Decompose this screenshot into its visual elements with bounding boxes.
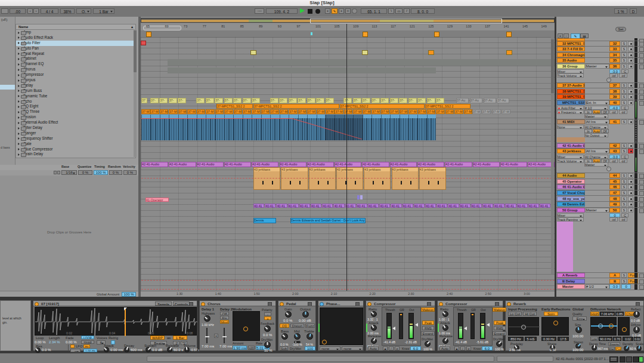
solo-button[interactable]: S xyxy=(621,279,627,284)
clip-37-au[interactable]: 37-Au xyxy=(427,98,435,103)
gain-value[interactable]: 0.0 % xyxy=(283,319,292,322)
param-knob[interactable] xyxy=(442,338,448,344)
clip-43-jerkbass[interactable]: 43 jerkbass xyxy=(364,167,391,190)
arrangement-overview[interactable] xyxy=(141,18,555,23)
track-name[interactable]: 45 Operator xyxy=(557,179,585,184)
track-io-box[interactable] xyxy=(639,197,644,202)
param-knob[interactable] xyxy=(442,325,448,331)
clip-37-au[interactable]: 37-Au xyxy=(371,98,380,103)
locator-marker[interactable] xyxy=(434,32,439,37)
clip-40-41[interactable]: 40-41 xyxy=(505,204,516,208)
groove-timing-field[interactable]: 100 % xyxy=(94,170,108,175)
min-field[interactable]: -inf xyxy=(609,73,618,78)
clip-37-m[interactable]: 37-M xyxy=(289,109,298,114)
loop-length-field[interactable]: 8. 0. 0 xyxy=(411,8,435,14)
clip-42-41-audio[interactable]: 42-41-Audio xyxy=(169,162,196,167)
thresh-value[interactable]: -41.4 dB xyxy=(383,340,395,344)
drywet-knob[interactable] xyxy=(496,341,502,347)
clip-42-41-audio[interactable]: 42-41-Audio xyxy=(390,162,417,167)
clip-40-41[interactable]: 40-41 xyxy=(425,204,436,208)
arm-button[interactable] xyxy=(628,83,633,88)
quantize-menu[interactable]: 1 Bar xyxy=(93,8,114,14)
tab-sample[interactable]: Sample xyxy=(155,302,172,306)
makeup-button[interactable]: Makeup xyxy=(493,307,506,312)
sort-icon[interactable]: ▴ xyxy=(131,24,133,29)
track-name[interactable]: 48 ny_vox_ye xyxy=(557,196,585,201)
param-knob[interactable] xyxy=(371,338,377,344)
thresh-meter[interactable] xyxy=(386,313,392,339)
res-value[interactable]: 0.0 % xyxy=(42,348,51,352)
clip-37-m[interactable]: 37-M xyxy=(215,109,224,114)
clip-37-m[interactable]: 37-M xyxy=(400,109,408,114)
solo-button[interactable]: S xyxy=(621,94,627,99)
clip-37-au[interactable]: 37-Au xyxy=(178,98,186,103)
drywet-value[interactable]: 100 % xyxy=(495,347,504,351)
clip-37-m[interactable]: 37-M xyxy=(317,109,326,114)
rms-button[interactable]: RMS xyxy=(494,326,506,330)
clip-37-au[interactable]: 37-Au xyxy=(252,98,260,103)
max-field[interactable]: -inf xyxy=(619,217,627,222)
sustain-value[interactable]: 0.0 dB xyxy=(152,348,162,352)
hot-swap-icon[interactable] xyxy=(355,302,360,306)
lfo-rate-field[interactable]: 1.00 Hz xyxy=(83,349,97,352)
drywet-value[interactable]: 50 % xyxy=(264,349,273,352)
clip-37-m[interactable]: 37-M xyxy=(464,109,473,114)
clip-37-mpcts1[interactable]: 37-MPCTS1_SS2 2 xyxy=(425,104,470,109)
groove-save-icon[interactable] xyxy=(54,171,57,174)
low-shelf-dot[interactable] xyxy=(598,324,603,328)
track-row-34-chromagn[interactable]: 34 Chromagn34S xyxy=(556,53,644,59)
clip-37-m[interactable]: 37-M xyxy=(298,109,307,114)
track-row-mpcts1-s328[interactable]: MPCTS1_S328Ext. In40SAuto Filter# 1/2-4.… xyxy=(556,100,644,119)
clip-40-41[interactable]: 40-41 xyxy=(402,204,413,208)
clip-37-mpcts1[interactable]: 37-MPCTS1_SS2 2 xyxy=(253,104,339,109)
gain-knob[interactable] xyxy=(285,311,292,318)
sample-start-flag-icon[interactable] xyxy=(124,307,127,310)
track-name[interactable]: 35 Audio xyxy=(557,58,585,63)
diffuse-knob[interactable] xyxy=(633,327,640,333)
clip-37-m[interactable]: 37-M xyxy=(280,109,289,114)
track-io-box[interactable] xyxy=(639,53,644,58)
warp-button[interactable]: WARP xyxy=(150,336,165,340)
device-on-icon[interactable] xyxy=(439,302,443,306)
treble-knob[interactable] xyxy=(306,333,313,340)
fold-button[interactable]: - xyxy=(606,78,611,82)
reflect-value[interactable]: 0.0 dB xyxy=(631,319,640,322)
track-io-box[interactable] xyxy=(639,64,644,69)
track-name[interactable]: 42 41-Audio 0 xyxy=(557,143,585,148)
hot-swap-icon[interactable] xyxy=(495,302,499,306)
modulation-dot[interactable] xyxy=(243,327,248,331)
out-meter[interactable] xyxy=(480,313,485,339)
max-field[interactable]: -inf xyxy=(619,110,627,114)
clip-37-au[interactable]: 37-Au xyxy=(233,98,242,103)
session-record-button[interactable]: ⌗ xyxy=(345,8,351,14)
clip-37-m[interactable]: 37-M xyxy=(224,109,233,114)
device-param-select[interactable]: Frequency xyxy=(557,110,584,114)
loop-button[interactable]: ▭ xyxy=(395,8,402,14)
highpass-knob[interactable] xyxy=(204,315,210,322)
clip-37-m[interactable]: 37-M xyxy=(206,109,215,114)
track-io-box[interactable] xyxy=(639,273,644,278)
clip-42-41-audio[interactable]: 42-41-Audio xyxy=(500,162,527,167)
master-pan[interactable]: 0 xyxy=(621,284,631,289)
capture-button[interactable] xyxy=(352,8,357,14)
clip-marker[interactable] xyxy=(141,41,146,45)
track-routing-select[interactable]: All Ins xyxy=(586,149,609,153)
clip-40-41[interactable]: 40-41 xyxy=(379,204,390,208)
clip-37-au[interactable]: 37-Au xyxy=(289,98,297,103)
time-signature-field[interactable]: 4 / 4 xyxy=(41,8,58,14)
solo-button[interactable]: S xyxy=(621,100,627,105)
arm-button[interactable] xyxy=(628,190,633,195)
expand-button[interactable]: Expand xyxy=(421,331,435,336)
browser-item-glue-compressor[interactable]: Glue Compressor xyxy=(16,147,135,152)
clip-37-au[interactable]: 37-Au xyxy=(390,98,398,103)
transfer-view-button[interactable]: / xyxy=(389,346,394,350)
high-shelf-button[interactable]: High xyxy=(590,312,599,316)
solo-button[interactable]: S xyxy=(621,173,627,178)
sidechain-view-button[interactable]: o xyxy=(466,346,471,350)
param-select[interactable]: Track Volume xyxy=(557,73,584,78)
clip-37-au[interactable]: 37-Au xyxy=(316,98,324,103)
clip-37-m[interactable]: 37-M xyxy=(243,109,252,114)
groove-quantize-field[interactable]: 0 % xyxy=(78,170,92,175)
clip-43-jerkbass[interactable]: 43 jerkbass xyxy=(392,167,419,190)
track-io-box[interactable] xyxy=(639,279,644,284)
